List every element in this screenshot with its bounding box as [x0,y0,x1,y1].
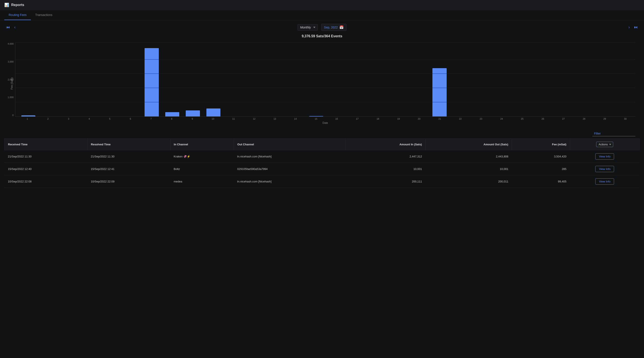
col-resolved-time: Resolved Time [87,139,170,150]
bar-day-17 [347,43,367,117]
nav-first-button[interactable]: ⏮ [4,24,12,31]
x-axis-label: Date [15,120,636,124]
controls-bar: ⏮ ‹ Monthly Daily Weekly Yearly Sep, 202… [0,20,644,34]
actions-select[interactable]: Actions [596,142,613,147]
calendar-icon[interactable]: 📅 [339,25,344,29]
bar-day-20 [409,43,429,117]
cell-received-time: 10/Sep/2022 22:08 [4,175,88,188]
y-tick-0: 0 [12,114,14,117]
bar-day-18 [368,43,388,117]
chart-title: 9,376.59 Sats/364 Events [8,34,636,38]
cell-out-channel: 029105fae590a53a7994 [234,163,346,175]
cell-out-channel: ln.nicehash.com [Nicehash] [234,150,346,163]
nav-right-group: › ⏭ [627,24,640,31]
bar-day-24 [491,43,511,117]
date-value: Sep, 2022 [324,26,338,29]
cell-amount-out: 200,011 [425,175,512,188]
bar-day-2 [39,43,59,117]
x-tick-26: 26 [533,117,553,120]
routing-fees-table: Received Time Resolved Time In Channel O… [4,138,640,188]
bar-day-8 [162,43,182,117]
filter-button[interactable]: Filter [592,131,636,136]
bar-day-5 [100,43,121,117]
bar-day-25 [512,43,532,117]
nav-next-button[interactable]: › [627,24,632,31]
cell-amount-in: 200,111 [346,175,426,188]
chart-wrapper: Fee (Sats) 4,000 3,000 2,000 1,000 0 [8,43,636,124]
bar-day-4 [80,43,100,117]
app-header: 📊 Reports [0,0,644,10]
tab-routing-fees[interactable]: Routing Fees [4,10,31,20]
nav-prev-button[interactable]: ‹ [12,24,17,31]
table-header-row: Received Time Resolved Time In Channel O… [4,139,640,150]
x-tick-4: 4 [79,117,99,120]
bar-day-29 [594,43,614,117]
cell-amount-in: 2,447,312 [346,150,426,163]
chart-bars [18,43,636,117]
view-info-button[interactable]: View Info [595,178,614,185]
cell-actions: View Info [570,150,640,163]
x-tick-1: 1 [17,117,38,120]
cell-out-channel: ln.nicehash.com [Nicehash] [234,175,346,188]
cell-received-time: 15/Sep/2022 12:40 [4,163,88,175]
grid-line-2000 [15,88,636,88]
period-select[interactable]: Monthly Daily Weekly Yearly [298,24,318,31]
bar-day-19 [388,43,408,117]
bar-day-10 [204,43,224,117]
nav-last-button[interactable]: ⏭ [632,24,640,31]
x-tick-3: 3 [58,117,79,120]
cell-resolved-time: 21/Sep/2022 11:30 [87,150,170,163]
x-tick-29: 29 [595,117,615,120]
x-tick-11: 11 [224,117,244,120]
bar-day-16 [327,43,347,117]
bar-day-23 [470,43,490,117]
x-tick-17: 17 [347,117,367,120]
bar-day-12 [244,43,264,117]
x-tick-16: 16 [327,117,347,120]
bar-day-7 [142,43,162,117]
filter-container: Filter [0,129,644,138]
cell-amount-out: 2,443,808 [425,150,512,163]
table-container: Received Time Resolved Time In Channel O… [0,138,644,192]
bar-day-1 [18,43,38,117]
x-tick-6: 6 [120,117,141,120]
y-tick-2000: 2,000 [8,78,14,81]
bar-day-15 [306,43,326,117]
bar-day-13 [265,43,285,117]
x-tick-14: 14 [285,117,306,120]
view-info-button[interactable]: View Info [595,166,614,172]
bar-day-14 [286,43,306,117]
tab-transactions[interactable]: Transactions [31,10,57,20]
bar-day-22 [450,43,470,117]
grid-line-3000 [15,74,636,74]
x-tick-30: 30 [615,117,636,120]
view-info-button[interactable]: View Info [595,153,614,160]
y-tick-4000: 4,000 [8,43,14,45]
cell-amount-in: 10,001 [346,163,426,175]
x-tick-27: 27 [553,117,574,120]
x-tick-18: 18 [368,117,388,120]
x-tick-28: 28 [574,117,594,120]
x-tick-7: 7 [141,117,161,120]
date-input-wrapper: Sep, 2022 📅 [321,24,347,31]
chart-icon: 📊 [4,3,9,7]
x-tick-5: 5 [100,117,120,120]
x-tick-12: 12 [244,117,264,120]
bar-day-27 [553,43,573,117]
x-tick-19: 19 [388,117,409,120]
col-received-time: Received Time [4,139,88,150]
bar-day-6 [121,43,141,117]
y-tick-1000: 1,000 [8,96,14,99]
x-tick-10: 10 [203,117,223,120]
x-tick-15: 15 [306,117,326,120]
bar-day-30 [614,43,634,117]
bar-day-28 [573,43,593,117]
cell-received-time: 21/Sep/2022 11:30 [4,150,88,163]
bar-day-26 [532,43,552,117]
tabs-container: Routing Fees Transactions [0,10,644,20]
chart-inner: 4,000 3,000 2,000 1,000 0 12345678910 [15,43,636,124]
x-tick-2: 2 [38,117,58,120]
cell-fee: 3,504,420 [512,150,570,163]
bar-day-21 [430,43,450,117]
app-title: Reports [11,3,24,7]
